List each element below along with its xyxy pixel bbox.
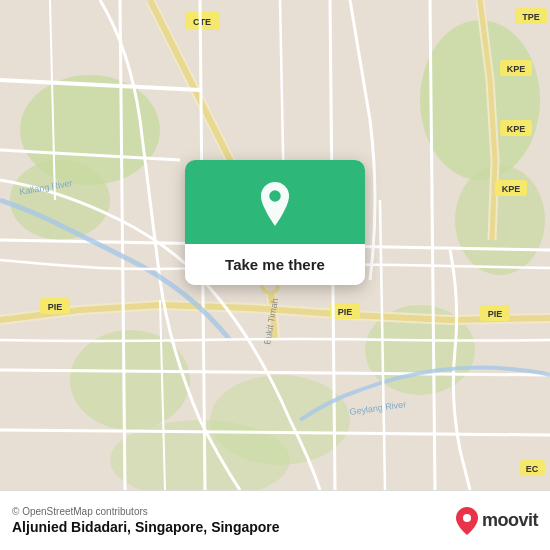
moovit-logo[interactable]: moovit [456,507,538,535]
attribution-text: © OpenStreetMap contributors [12,506,280,517]
svg-point-3 [420,20,540,180]
svg-text:KPE: KPE [502,184,521,194]
moovit-brand-text: moovit [482,510,538,531]
svg-text:KPE: KPE [507,124,526,134]
take-me-there-button[interactable]: Take me there [185,244,365,285]
location-pin-icon [253,182,297,226]
svg-point-47 [463,514,471,522]
location-title: Aljunied Bidadari, Singapore, Singapore [12,519,280,535]
bottom-info: © OpenStreetMap contributors Aljunied Bi… [12,506,280,535]
svg-text:PIE: PIE [488,309,503,319]
moovit-pin-icon [456,507,478,535]
svg-point-6 [70,330,190,430]
svg-text:PIE: PIE [338,307,353,317]
svg-text:TPE: TPE [522,12,540,22]
svg-text:EC: EC [526,464,539,474]
location-popup: Take me there [185,160,365,285]
svg-text:KPE: KPE [507,64,526,74]
svg-point-46 [269,190,280,201]
svg-text:CTE: CTE [193,17,211,27]
svg-text:PIE: PIE [48,302,63,312]
popup-header [185,160,365,244]
map-view[interactable]: CTE CTE PIE PIE PIE KPE KPE KPE TPE EC [0,0,550,490]
svg-point-2 [10,160,110,240]
bottom-bar: © OpenStreetMap contributors Aljunied Bi… [0,490,550,550]
